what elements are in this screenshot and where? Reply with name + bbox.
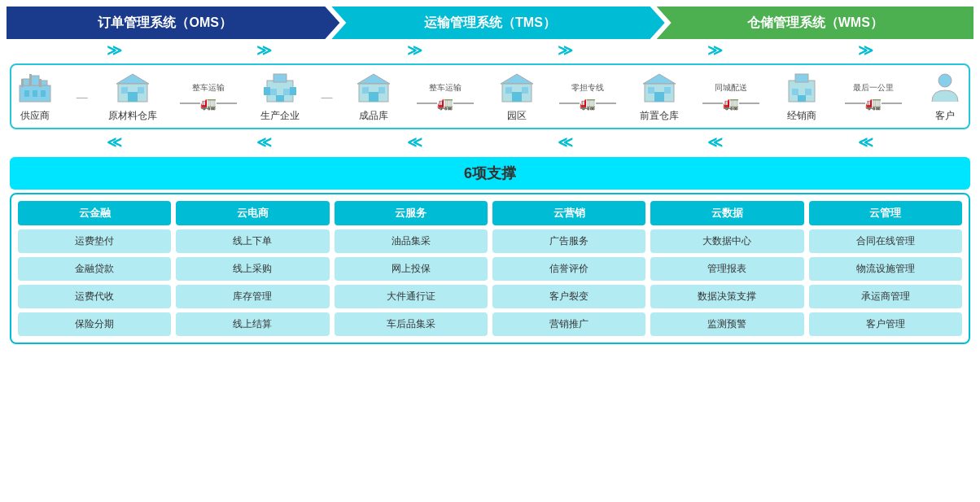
arrow-up-6: ≪ (858, 133, 873, 151)
svg-rect-25 (362, 87, 369, 94)
svg-rect-21 (276, 95, 284, 102)
svg-rect-2 (31, 76, 39, 85)
raw-warehouse-label: 原材料仓库 (108, 109, 157, 123)
chain-raw-warehouse: 原材料仓库 (108, 70, 157, 123)
truck-icon-5: 🚛 (865, 95, 882, 111)
chain-finished-warehouse: 成品库 (353, 70, 394, 123)
customer-icon (927, 70, 963, 106)
front-warehouse-label: 前置仓库 (640, 109, 679, 123)
grid-cell-3-0: 广告服务 (492, 229, 645, 253)
svg-rect-18 (290, 87, 296, 95)
truck-line-2: 🚛 (417, 95, 474, 111)
truck-connector-2: 整车运输 🚛 (417, 82, 474, 111)
svg-rect-26 (378, 87, 385, 94)
producer-label: 生产企业 (260, 109, 300, 123)
supply-chain-box: 供应商 — 原材料仓库 整车运输 🚛 (10, 63, 970, 129)
svg-rect-41 (798, 95, 806, 102)
svg-rect-16 (273, 74, 287, 82)
top-banner: 订单管理系统（OMS） 运输管理系统（TMS） 仓储管理系统（WMS） (7, 7, 973, 39)
arrows-down-row: ≫ ≫ ≫ ≫ ≫ ≫ (7, 39, 973, 62)
arrow-down-4: ≫ (558, 41, 573, 59)
chain-supplier: 供应商 (15, 70, 55, 123)
truck-line-5: 🚛 (845, 95, 902, 111)
chain-park: 园区 (497, 70, 537, 123)
chain-customer: 客户 (925, 70, 965, 123)
truck-icon-2: 🚛 (437, 95, 453, 111)
svg-marker-10 (116, 74, 149, 84)
grid-header-1: 云电商 (176, 201, 329, 225)
grid-cell-4-2: 数据决策支撑 (650, 285, 803, 308)
arrow-down-5: ≫ (707, 41, 723, 59)
arrow-down-2: ≫ (256, 41, 272, 59)
dealer-label: 经销商 (787, 109, 816, 123)
support-title: 6项支撑 (464, 165, 516, 181)
truck-connector-5: 最后一公里 🚛 (845, 82, 902, 111)
truck-label-5: 最后一公里 (853, 82, 894, 94)
svg-rect-6 (41, 90, 46, 97)
grid-cell-2-2: 大件通行证 (335, 285, 488, 308)
truck-icon-1: 🚛 (200, 95, 217, 111)
svg-marker-27 (501, 74, 533, 84)
grid-cell-1-0: 线上下单 (176, 229, 329, 253)
grid-col-0: 云金融 运费垫付 金融贷款 运费代收 保险分期 (18, 201, 171, 336)
grid-col-5: 云管理 合同在线管理 物流设施管理 承运商管理 客户管理 (809, 201, 962, 336)
grid-cell-4-1: 管理报表 (650, 257, 803, 281)
grid-col-4: 云数据 大数据中心 管理报表 数据决策支撑 监测预警 (650, 201, 803, 336)
svg-rect-7 (21, 79, 24, 87)
grid-header-0: 云金融 (18, 201, 171, 225)
tms-banner: 运输管理系统（TMS） (331, 7, 664, 39)
grid-header-3: 云营销 (492, 201, 645, 225)
oms-banner: 订单管理系统（OMS） (7, 7, 339, 39)
grid-cell-5-2: 承运商管理 (809, 285, 962, 308)
main-container: 订单管理系统（OMS） 运输管理系统（TMS） 仓储管理系统（WMS） ≫ ≫ … (0, 0, 980, 354)
grid-cell-0-3: 保险分期 (18, 312, 171, 336)
truck-line-1: 🚛 (180, 95, 237, 111)
svg-rect-13 (121, 87, 128, 94)
arrow-up-5: ≪ (707, 133, 723, 151)
svg-rect-31 (522, 87, 528, 94)
grid-cell-3-3: 营销推广 (492, 312, 645, 336)
svg-rect-39 (792, 89, 798, 95)
truck-label-4: 同城配送 (715, 82, 747, 94)
svg-rect-8 (29, 74, 32, 85)
truck-connector-4: 同城配送 🚛 (702, 82, 759, 111)
grid-cell-1-2: 库存管理 (176, 285, 329, 308)
arrow-up-3: ≪ (407, 133, 422, 151)
support-banner: 6项支撑 (10, 157, 970, 190)
connector-arrow-1: — (77, 90, 88, 103)
finished-warehouse-icon (356, 70, 392, 106)
grid-cell-4-3: 监测预警 (650, 312, 803, 336)
grid-cell-5-0: 合同在线管理 (809, 229, 962, 253)
grid-col-3: 云营销 广告服务 信誉评价 客户裂变 营销推广 (492, 201, 645, 336)
grid-cell-2-1: 网上投保 (335, 257, 488, 281)
truck-connector-3: 零担专线 🚛 (559, 82, 616, 111)
bottom-grid: 云金融 运费垫付 金融贷款 运费代收 保险分期 云电商 线上下单 线上采购 库存… (10, 193, 970, 344)
grid-header-4: 云数据 (650, 201, 803, 225)
grid-cell-2-3: 车后品集采 (335, 312, 488, 336)
svg-rect-4 (24, 90, 29, 97)
arrow-down-6: ≫ (858, 41, 873, 59)
truck-label-3: 零担专线 (571, 82, 604, 94)
grid-cell-3-1: 信誉评价 (492, 257, 645, 281)
truck-icon-3: 🚛 (580, 95, 596, 111)
svg-rect-35 (648, 87, 654, 94)
svg-rect-3 (41, 81, 47, 85)
grid-col-2: 云服务 油品集采 网上投保 大件通行证 车后品集采 (335, 201, 488, 336)
svg-rect-9 (39, 79, 42, 87)
svg-point-42 (938, 74, 952, 87)
svg-rect-38 (795, 74, 808, 82)
svg-rect-24 (369, 92, 378, 102)
grid-cell-5-3: 客户管理 (809, 312, 962, 336)
chain-producer: 生产企业 (260, 70, 300, 123)
grid-cell-4-0: 大数据中心 (650, 229, 803, 253)
svg-rect-34 (654, 92, 664, 102)
producer-icon (262, 70, 298, 106)
grid-cell-0-2: 运费代收 (18, 285, 171, 308)
park-icon (499, 70, 535, 106)
front-warehouse-icon (641, 70, 677, 106)
tms-label: 运输管理系统（TMS） (424, 15, 556, 32)
svg-rect-30 (505, 87, 512, 94)
truck-line-3: 🚛 (559, 95, 616, 111)
svg-rect-12 (128, 92, 138, 102)
svg-rect-20 (283, 89, 290, 95)
